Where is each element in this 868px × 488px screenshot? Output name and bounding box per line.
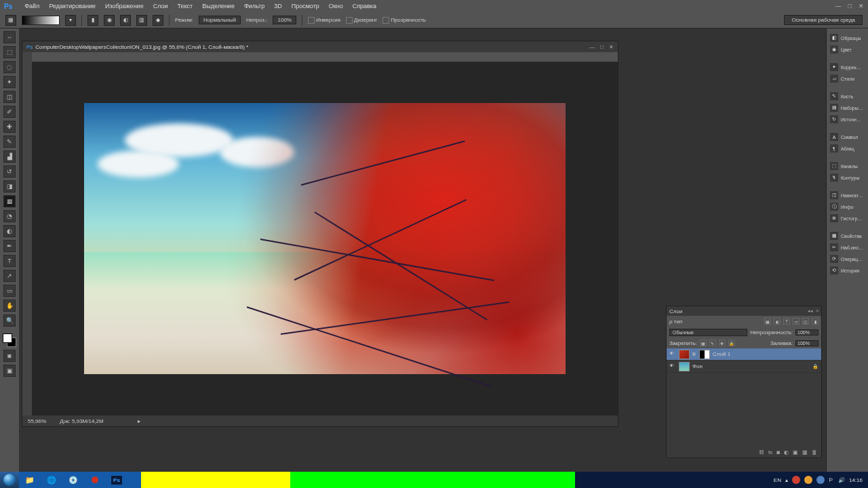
filter-toggle-icon[interactable]: ▮ <box>812 318 818 325</box>
layer-row[interactable]: 👁 Фон 🔒 <box>667 361 821 373</box>
eyedropper-tool[interactable]: ✐ <box>3 106 16 118</box>
canvas-area[interactable] <box>32 62 618 415</box>
panel-tab[interactable]: ◧Образцы <box>828 33 867 43</box>
panel-tab[interactable]: ▦Свойства <box>828 230 867 241</box>
gradient-preview[interactable] <box>22 16 60 25</box>
panel-tab[interactable]: ✦Коррек… <box>828 62 867 73</box>
layers-panel-title[interactable]: Слои <box>669 308 682 314</box>
tray-flag-icon[interactable]: 🏳 <box>829 477 834 483</box>
volume-icon[interactable]: 🔊 <box>838 477 845 483</box>
panel-tab[interactable]: ▱Стили <box>828 73 867 84</box>
panel-tab[interactable]: ⬚Каналы <box>828 161 867 171</box>
blur-tool[interactable]: ◔ <box>3 210 16 222</box>
close-icon[interactable]: ✕ <box>859 3 864 9</box>
gradient-type-linear-icon[interactable]: ▮ <box>87 15 98 26</box>
tray-icon[interactable] <box>816 476 825 484</box>
marquee-tool[interactable]: ⬚ <box>3 46 16 58</box>
transparency-checkbox[interactable]: Прозрачность <box>382 17 426 24</box>
panel-tab[interactable]: ↻Источн… <box>828 114 867 125</box>
new-group-icon[interactable]: ▣ <box>793 449 798 455</box>
eraser-tool[interactable]: ◨ <box>3 180 16 192</box>
layer-name[interactable]: Слой 1 <box>713 351 730 357</box>
filter-adj-icon[interactable]: ◐ <box>774 318 781 325</box>
delete-layer-icon[interactable]: 🗑 <box>812 449 817 455</box>
clock[interactable]: 14:16 <box>849 477 863 483</box>
menu-help[interactable]: Справка <box>353 3 376 9</box>
panel-tab[interactable]: ✂Наб.инс… <box>828 242 867 253</box>
dither-checkbox[interactable]: Дизеринг <box>346 17 377 24</box>
zoom-level[interactable]: 55,96% <box>28 418 46 424</box>
gradient-type-radial-icon[interactable]: ◉ <box>104 15 115 26</box>
layer-filter-label[interactable]: ρ тип <box>669 319 682 325</box>
tray-icon[interactable] <box>792 476 800 484</box>
brush-tool[interactable]: ✎ <box>3 136 16 148</box>
color-swatch[interactable] <box>3 333 16 347</box>
panel-tab[interactable]: ⊕Гистогр… <box>828 213 867 224</box>
minimize-icon[interactable]: — <box>835 3 842 9</box>
task-photoshop-icon[interactable]: Ps <box>106 472 127 488</box>
menu-layer[interactable]: Слои <box>153 3 168 9</box>
gradient-type-angle-icon[interactable]: ◐ <box>120 15 131 26</box>
layer-fx-icon[interactable]: fx <box>768 449 772 455</box>
panel-tab[interactable]: ⓘИнфо <box>828 201 867 212</box>
layer-row[interactable]: 👁 ⛓ Слой 1 <box>667 348 821 361</box>
panel-tab[interactable]: ⟳Операц… <box>828 253 867 264</box>
mask-thumb[interactable] <box>699 350 710 359</box>
menu-text[interactable]: Текст <box>178 3 193 9</box>
lasso-tool[interactable]: ◌ <box>3 61 16 73</box>
panel-tab[interactable]: ¶Абзац <box>828 143 867 154</box>
gradient-tool-icon[interactable]: ▦ <box>5 15 16 26</box>
tray-icon[interactable] <box>804 476 812 484</box>
start-button[interactable] <box>0 472 19 488</box>
panel-tab[interactable]: ⟲История <box>828 265 867 276</box>
menu-window[interactable]: Окно <box>329 3 343 9</box>
menu-file[interactable]: Файл <box>24 3 39 9</box>
layers-list[interactable]: 👁 ⛓ Слой 1 👁 Фон 🔒 <box>667 348 821 447</box>
visibility-icon[interactable]: 👁 <box>669 363 676 370</box>
heal-tool[interactable]: ✚ <box>3 121 16 133</box>
wand-tool[interactable]: ✦ <box>3 76 16 88</box>
taskbar[interactable]: 📁 🌐 💿 Ps EN ▴ 🏳 🔊 14:16 <box>0 472 868 488</box>
layer-thumb[interactable] <box>679 362 690 371</box>
panel-tab[interactable]: ↯Контуры <box>828 172 867 183</box>
menu-edit[interactable]: Редактирование <box>49 3 96 9</box>
quickmask-tool[interactable]: ◙ <box>3 350 16 362</box>
task-app1-icon[interactable]: 🌐 <box>41 472 62 488</box>
gradient-tool[interactable]: ▦ <box>3 195 16 207</box>
doc-maximize-icon[interactable]: □ <box>600 44 604 50</box>
task-record-icon[interactable] <box>84 472 106 488</box>
ruler-origin[interactable] <box>22 52 32 62</box>
fill-input[interactable] <box>795 340 818 346</box>
lang-indicator[interactable]: EN <box>774 477 781 483</box>
tray-expand-icon[interactable]: ▴ <box>785 477 788 483</box>
filter-shape-icon[interactable]: ▱ <box>793 318 800 325</box>
workspace-button[interactable]: Основная рабочая среда <box>784 15 863 25</box>
link-layers-icon[interactable]: ⛓ <box>759 449 764 455</box>
task-explorer-icon[interactable]: 📁 <box>19 472 41 488</box>
menu-view[interactable]: Просмотр <box>292 3 319 9</box>
panel-tab[interactable]: ◫Навигат… <box>828 190 867 201</box>
history-brush-tool[interactable]: ↺ <box>3 165 16 178</box>
menu-image[interactable]: Изображение <box>105 3 144 9</box>
menu-filter[interactable]: Фильтр <box>244 3 264 9</box>
maximize-icon[interactable]: □ <box>848 3 852 9</box>
mask-link-icon[interactable]: ⛓ <box>692 352 696 357</box>
path-tool[interactable]: ↗ <box>3 270 16 282</box>
panel-collapse-icon[interactable]: ◂◂ <box>808 308 813 314</box>
reverse-checkbox[interactable]: Инверсия <box>308 17 340 24</box>
menu-3d[interactable]: 3D <box>274 3 282 9</box>
panel-tab[interactable]: AСимвол <box>828 131 867 142</box>
opacity-select[interactable]: 100% <box>273 16 296 24</box>
task-app2-icon[interactable]: 💿 <box>62 472 84 488</box>
visibility-icon[interactable]: 👁 <box>669 351 676 358</box>
move-tool[interactable]: ↔ <box>3 31 16 43</box>
crop-tool[interactable]: ◫ <box>3 91 16 103</box>
layer-thumb[interactable] <box>679 350 690 359</box>
blend-mode-select-layers[interactable]: Обычные <box>669 329 747 336</box>
stamp-tool[interactable]: ▟ <box>3 150 16 163</box>
screenmode-tool[interactable]: ▣ <box>3 365 16 377</box>
adjustment-layer-icon[interactable]: ◐ <box>784 449 789 455</box>
panel-tab[interactable]: ✎Кисть <box>828 91 867 102</box>
system-tray[interactable]: EN ▴ 🏳 🔊 14:16 <box>575 472 868 488</box>
lock-all-icon[interactable]: 🔒 <box>728 340 735 346</box>
